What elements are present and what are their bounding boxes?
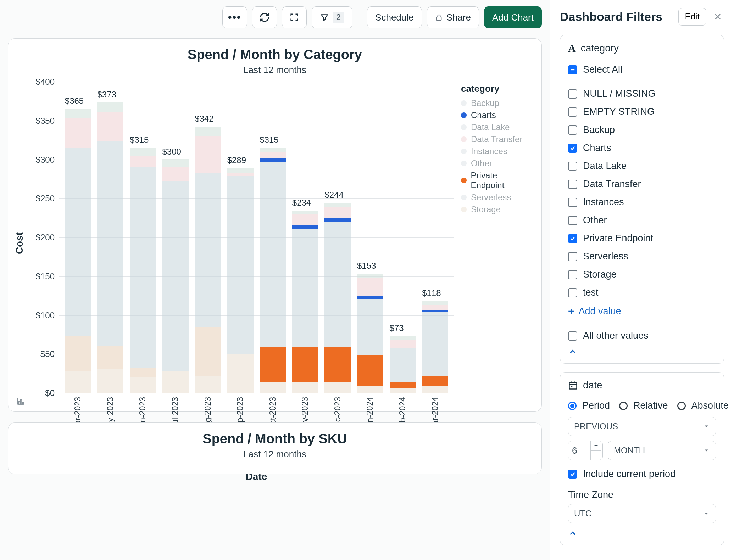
- y-tick-label: $400: [36, 77, 59, 87]
- bar-column[interactable]: $342Aug-2023: [191, 127, 224, 393]
- add-chart-button[interactable]: Add Chart: [484, 6, 542, 28]
- category-option-label: Data Transfer: [583, 179, 641, 190]
- legend-item[interactable]: Other: [461, 157, 532, 169]
- select-all-checkbox[interactable]: Select All: [568, 61, 716, 79]
- bar-column[interactable]: $289Sep-2023: [224, 168, 257, 393]
- category-option-checkbox[interactable]: Instances: [568, 193, 716, 211]
- bar-segment: [97, 102, 123, 112]
- legend-item[interactable]: Data Lake: [461, 121, 532, 133]
- bar-segment: [324, 207, 351, 218]
- chart-plot[interactable]: $0$50$100$150$200$250$300$350$400$365Apr…: [59, 82, 454, 393]
- checkbox-icon: [568, 180, 577, 189]
- category-option-checkbox[interactable]: NULL / MISSING: [568, 85, 716, 103]
- calendar-icon: [568, 380, 578, 390]
- date-mode-relative-radio[interactable]: Relative: [619, 400, 668, 411]
- legend-item[interactable]: Serverless: [461, 191, 532, 203]
- svg-rect-4: [571, 69, 575, 70]
- filter-button[interactable]: 2: [312, 6, 352, 28]
- select-value: MONTH: [614, 446, 645, 455]
- step-up-button[interactable]: +: [591, 441, 601, 451]
- category-option-checkbox[interactable]: Backup: [568, 121, 716, 139]
- legend-item[interactable]: Backup: [461, 97, 532, 109]
- y-tick-label: $0: [45, 388, 59, 398]
- edit-filters-button[interactable]: Edit: [678, 8, 706, 26]
- category-option-checkbox[interactable]: Serverless: [568, 247, 716, 265]
- bar-column[interactable]: $300Jul-2023: [159, 159, 192, 393]
- bar-segment: [292, 214, 318, 225]
- period-count-input[interactable]: [568, 441, 590, 460]
- radio-icon: [619, 402, 628, 410]
- all-other-values-checkbox[interactable]: All other values: [568, 327, 716, 345]
- date-mode-period-radio[interactable]: Period: [568, 400, 610, 411]
- panel-title: Dashboard Filters: [560, 10, 673, 24]
- y-tick-label: $150: [36, 271, 59, 281]
- bar-column[interactable]: $373May-2023: [94, 102, 127, 393]
- close-panel-button[interactable]: [711, 11, 724, 22]
- bar-segment: [97, 112, 123, 141]
- legend-swatch-icon: [461, 112, 467, 118]
- chart-card-spend-by-sku: Spend / Month by SKU Last 12 months: [8, 422, 542, 474]
- category-option-checkbox[interactable]: Storage: [568, 265, 716, 284]
- add-value-button[interactable]: + Add value: [568, 302, 716, 321]
- y-axis-label: Cost: [14, 232, 25, 254]
- bar-column[interactable]: $315Oct-2023: [256, 148, 289, 393]
- legend-label: Private Endpoint: [471, 170, 532, 190]
- bar-stack: $315: [260, 148, 286, 393]
- category-option-checkbox[interactable]: Data Transfer: [568, 175, 716, 193]
- category-option-checkbox[interactable]: EMPTY STRING: [568, 103, 716, 121]
- bar-segment: [422, 301, 448, 305]
- bar-segment: [292, 347, 318, 382]
- step-down-button[interactable]: −: [591, 451, 601, 460]
- dashboard-toolbar: ••• 2 Schedule Share Add Chart: [0, 0, 550, 35]
- schedule-button[interactable]: Schedule: [367, 6, 422, 28]
- bar-segment: [357, 355, 383, 387]
- bar-column[interactable]: $153Jan-2024: [354, 274, 387, 393]
- bar-column[interactable]: $315Jun-2023: [127, 148, 159, 393]
- collapse-button[interactable]: [568, 345, 716, 358]
- legend-label: Storage: [471, 205, 501, 214]
- refresh-icon: [259, 12, 270, 23]
- filter-count-badge: 2: [333, 12, 344, 23]
- bar-segment: [357, 299, 383, 355]
- category-option-label: test: [583, 287, 599, 298]
- legend-item[interactable]: Instances: [461, 145, 532, 157]
- bar-column[interactable]: $244Dec-2023: [322, 203, 354, 393]
- category-option-checkbox[interactable]: Private Endpoint: [568, 229, 716, 247]
- bar-column[interactable]: $118Mar-2024: [419, 301, 451, 393]
- period-direction-select[interactable]: PREVIOUS: [568, 417, 716, 436]
- chart-type-icon[interactable]: [16, 397, 25, 406]
- bar-stack: $289: [227, 168, 254, 393]
- share-button[interactable]: Share: [427, 6, 479, 28]
- period-count-stepper[interactable]: + −: [568, 441, 603, 460]
- include-current-checkbox[interactable]: Include current period: [568, 465, 716, 483]
- timezone-select[interactable]: UTC: [568, 504, 716, 523]
- text-type-icon: A: [568, 42, 576, 54]
- chart-subtitle: Last 12 months: [18, 449, 532, 460]
- category-option-checkbox[interactable]: Other: [568, 211, 716, 229]
- category-option-checkbox[interactable]: Data Lake: [568, 157, 716, 175]
- legend-title: category: [461, 83, 532, 94]
- category-option-checkbox[interactable]: Charts: [568, 139, 716, 157]
- collapse-button[interactable]: [568, 527, 716, 540]
- bar-column[interactable]: $365Apr-2023: [62, 109, 94, 393]
- bar-column[interactable]: $234Nov-2023: [289, 211, 322, 393]
- legend-item[interactable]: Private Endpoint: [461, 169, 532, 191]
- period-unit-select[interactable]: MONTH: [608, 441, 716, 460]
- category-option-checkbox[interactable]: test: [568, 284, 716, 302]
- checkbox-indeterminate-icon: [568, 65, 577, 74]
- y-tick-label: $350: [36, 116, 59, 126]
- bar-segment: [422, 386, 448, 393]
- more-menu-button[interactable]: •••: [222, 6, 247, 28]
- fullscreen-button[interactable]: [282, 6, 307, 28]
- refresh-button[interactable]: [252, 6, 277, 28]
- checkbox-icon: [568, 162, 577, 171]
- fullscreen-icon: [289, 12, 299, 22]
- legend-item[interactable]: Data Transfer: [461, 133, 532, 145]
- bar-column[interactable]: $73Feb-2024: [387, 336, 419, 393]
- chart-card-spend-by-category: Spend / Month by Category Last 12 months…: [8, 38, 542, 412]
- legend-item[interactable]: Storage: [461, 203, 532, 215]
- bar-segment: [357, 278, 383, 295]
- legend-label: Other: [471, 158, 492, 168]
- legend-item[interactable]: Charts: [461, 109, 532, 121]
- date-mode-absolute-radio[interactable]: Absolute: [677, 400, 729, 411]
